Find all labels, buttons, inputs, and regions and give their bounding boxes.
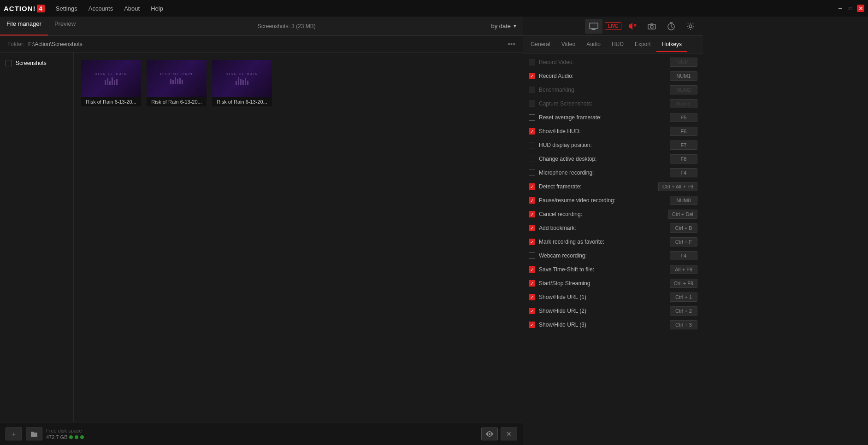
open-folder-button[interactable] — [26, 427, 42, 440]
hotkey-checkbox-change_active_desktop[interactable] — [529, 156, 535, 162]
hotkey-key-record_video[interactable]: NUM. — [670, 58, 697, 67]
game-bars-0 — [105, 77, 118, 85]
hotkey-key-benchmarking[interactable]: NUM2 — [670, 85, 697, 94]
hotkey-label-save_timeshift: Save Time-Shift to file: — [539, 266, 666, 273]
sidebar-checkbox-screenshots[interactable] — [6, 60, 12, 66]
thumb-label-1: Risk of Rain 6-13-20... — [147, 97, 207, 106]
maximize-button[interactable]: □ — [847, 5, 854, 12]
hotkey-key-record_audio[interactable]: NUM1 — [670, 71, 697, 81]
settings-tabs: General Video Audio HUD Export Hotkeys — [523, 36, 703, 53]
nav-settings[interactable]: Settings — [56, 5, 77, 12]
logo-text: ACTION! — [4, 5, 36, 12]
disk-dot-2 — [75, 435, 78, 439]
hotkey-checkbox-cancel_recording[interactable] — [529, 211, 535, 217]
file-thumb-1[interactable]: RISK OF RAIN Risk of Rain 6-13-20. — [147, 60, 207, 106]
left-panel: File manager Preview Screenshots: 3 (23 … — [0, 17, 523, 445]
nav-about[interactable]: About — [124, 5, 140, 12]
hotkey-key-reset_framerate[interactable]: F5 — [670, 113, 697, 122]
hotkey-row-benchmarking: Benchmarking:NUM2 — [523, 83, 703, 97]
app-logo: ACTION! 4 — [4, 5, 45, 12]
hotkey-key-add_bookmark[interactable]: Ctrl + B — [670, 223, 697, 233]
folder-more-icon[interactable]: ••• — [508, 40, 515, 48]
preview-close-button[interactable]: ✕ — [501, 427, 517, 440]
hotkey-checkbox-show_hide_url_2[interactable] — [529, 308, 535, 314]
nav-accounts[interactable]: Accounts — [89, 5, 113, 12]
hotkey-key-show_hide_url_3[interactable]: Ctrl + 3 — [670, 320, 697, 329]
close-button[interactable]: ✕ — [857, 5, 864, 12]
file-thumb-2[interactable]: RISK OF RAIN Risk of Rain 6-13-20. — [212, 60, 272, 106]
stab-video[interactable]: Video — [556, 37, 581, 52]
game-bars-1 — [170, 77, 183, 84]
hotkey-key-show_hide_url_2[interactable]: Ctrl + 2 — [670, 306, 697, 316]
tab-preview[interactable]: Preview — [48, 17, 82, 35]
hotkey-key-webcam_recording[interactable]: F4 — [670, 251, 697, 260]
sort-chevron-icon: ▼ — [513, 23, 517, 29]
hotkey-key-cancel_recording[interactable]: Ctrl + Del — [668, 210, 697, 219]
hotkey-key-pause_resume[interactable]: NUM8 — [670, 196, 697, 205]
live-icon-btn[interactable]: LIVE — [604, 19, 622, 34]
main-layout: File manager Preview Screenshots: 3 (23 … — [0, 17, 868, 445]
camera-icon-btn[interactable] — [643, 19, 661, 34]
hotkey-checkbox-microphone_recording[interactable] — [529, 170, 535, 176]
game-title-1: RISK OF RAIN — [160, 72, 193, 76]
hotkey-label-hud_display_position: HUD display position: — [539, 142, 666, 148]
hotkey-row-save_timeshift: Save Time-Shift to file:Alt + F9 — [523, 263, 703, 276]
tab-file-manager[interactable]: File manager — [0, 17, 48, 35]
stab-hotkeys[interactable]: Hotkeys — [656, 37, 687, 52]
hotkey-key-capture_screenshots[interactable]: Home — [670, 99, 697, 108]
hotkey-key-change_active_desktop[interactable]: F8 — [670, 154, 697, 164]
add-folder-button[interactable]: + — [6, 427, 22, 440]
stab-export[interactable]: Export — [629, 37, 656, 52]
hotkey-label-webcam_recording: Webcam recording: — [539, 252, 666, 259]
stab-general[interactable]: General — [525, 37, 556, 52]
hotkey-checkbox-add_bookmark[interactable] — [529, 225, 535, 231]
disk-value-text: 472.7 GB — [46, 434, 67, 440]
hotkey-key-show_hide_url_1[interactable]: Ctrl + 1 — [670, 293, 697, 302]
hotkey-checkbox-show_hide_url_1[interactable] — [529, 294, 535, 300]
hotkey-checkbox-show_hide_url_3[interactable] — [529, 322, 535, 328]
thumb-label-2: Risk of Rain 6-13-20... — [212, 97, 272, 106]
hotkey-checkbox-mark_favorite[interactable] — [529, 239, 535, 245]
hotkey-checkbox-record_audio[interactable] — [529, 73, 535, 79]
hotkey-checkbox-save_timeshift[interactable] — [529, 266, 535, 273]
hotkey-key-start_stop_streaming[interactable]: Ctrl + F9 — [670, 279, 697, 288]
hotkey-checkbox-show_hide_hud[interactable] — [529, 128, 535, 135]
preview-eye-button[interactable] — [481, 427, 498, 440]
minimize-button[interactable]: ─ — [837, 5, 844, 12]
nav-help[interactable]: Help — [151, 5, 163, 12]
sidebar-item-screenshots[interactable]: Screenshots — [0, 56, 73, 70]
hotkey-key-mark_favorite[interactable]: Ctrl + F — [670, 237, 697, 246]
stab-audio[interactable]: Audio — [581, 37, 606, 52]
audio-mute-icon-btn[interactable] — [624, 19, 641, 34]
settings-icon-btn[interactable] — [682, 19, 699, 34]
hotkey-checkbox-detect_framerate[interactable] — [529, 183, 535, 190]
nav-menu: Settings Accounts About Help — [56, 5, 163, 12]
hotkey-checkbox-benchmarking[interactable] — [529, 87, 535, 93]
disk-label: Free disk space — [46, 428, 84, 433]
hotkey-label-reset_framerate: Reset average framerate: — [539, 114, 666, 121]
hotkey-row-add_bookmark: Add bookmark:Ctrl + B — [523, 221, 703, 235]
stab-hud[interactable]: HUD — [606, 37, 629, 52]
hotkey-key-microphone_recording[interactable]: F4 — [670, 168, 697, 177]
display-icon-btn[interactable] — [585, 19, 602, 34]
game-art-0: RISK OF RAIN — [81, 60, 141, 97]
hotkey-checkbox-record_video[interactable] — [529, 59, 535, 65]
hotkey-checkbox-webcam_recording[interactable] — [529, 252, 535, 259]
hotkey-key-hud_display_position[interactable]: F7 — [670, 141, 697, 150]
hotkey-key-detect_framerate[interactable]: Ctrl + Alt + F9 — [658, 182, 697, 191]
hotkey-checkbox-hud_display_position[interactable] — [529, 142, 535, 148]
hotkey-row-hud_display_position: HUD display position:F7 — [523, 138, 703, 152]
hotkey-row-webcam_recording: Webcam recording:F4 — [523, 249, 703, 263]
hotkey-row-record_video: Record Video:NUM. — [523, 55, 703, 69]
hotkey-checkbox-pause_resume[interactable] — [529, 197, 535, 204]
hotkey-checkbox-reset_framerate[interactable] — [529, 114, 535, 121]
hotkey-key-show_hide_hud[interactable]: F6 — [670, 127, 697, 136]
hotkey-checkbox-start_stop_streaming[interactable] — [529, 280, 535, 287]
hotkey-label-record_video: Record Video: — [539, 59, 666, 65]
hotkey-checkbox-capture_screenshots[interactable] — [529, 100, 535, 107]
file-thumb-0[interactable]: RISK OF RAIN Risk of Rain 6-13-20. — [81, 60, 141, 106]
timer-icon-btn[interactable] — [662, 19, 680, 34]
hotkey-key-save_timeshift[interactable]: Alt + F9 — [670, 265, 697, 274]
game-art-1: RISK OF RAIN — [147, 60, 207, 97]
sort-control[interactable]: by date ▼ — [491, 23, 523, 29]
